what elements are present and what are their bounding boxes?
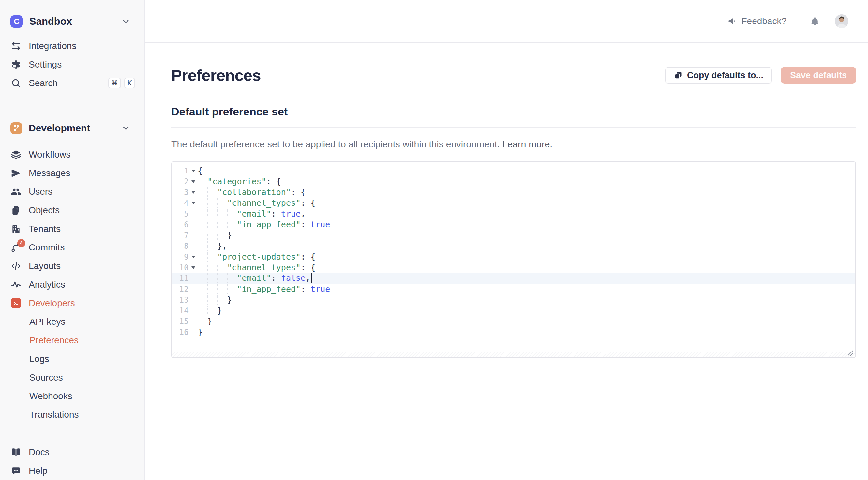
fold-caret-icon[interactable] xyxy=(189,202,197,205)
copy-defaults-button[interactable]: Copy defaults to... xyxy=(665,67,772,84)
editor-line[interactable]: 15 } xyxy=(172,316,855,327)
editor-line[interactable]: 16} xyxy=(172,327,855,337)
sidebar-subitem-preferences[interactable]: Preferences xyxy=(0,331,144,350)
code-text: "project-updates": { xyxy=(197,252,855,262)
code-text: "channel_types": { xyxy=(197,263,855,272)
sidebar-subitem-api-keys[interactable]: API keys xyxy=(0,312,144,331)
code-text: "in_app_feed": true xyxy=(197,284,855,294)
line-number: 12 xyxy=(172,284,189,294)
tenants-icon xyxy=(10,223,22,235)
learn-more-link[interactable]: Learn more. xyxy=(502,139,553,149)
fold-caret-icon[interactable] xyxy=(189,170,197,172)
feedback-button[interactable]: Feedback? xyxy=(727,16,786,26)
megaphone-icon xyxy=(727,17,737,26)
sidebar-item-users[interactable]: Users xyxy=(0,182,144,201)
sidebar-item-developers[interactable]: Developers xyxy=(0,294,144,312)
code-text: "in_app_feed": true xyxy=(197,220,855,229)
page-actions: Copy defaults to... Save defaults xyxy=(665,67,856,84)
developers-terminal-icon xyxy=(11,298,21,308)
sidebar-item-label: Help xyxy=(29,466,48,476)
sidebar-item-label: Docs xyxy=(29,447,50,457)
code-text: "collaboration": { xyxy=(197,187,855,197)
json-code-editor[interactable]: 1{2 "categories": {3 "collaboration": {4… xyxy=(171,161,856,358)
chevron-down-icon xyxy=(121,17,130,26)
editor-resize-handle[interactable] xyxy=(847,349,854,356)
editor-line[interactable]: 10 "channel_types": { xyxy=(172,262,855,273)
sidebar-item-settings[interactable]: Settings xyxy=(0,55,144,74)
code-text: } xyxy=(197,306,855,315)
notifications-button[interactable] xyxy=(810,16,820,26)
code-text: "categories": { xyxy=(197,177,855,186)
editor-line[interactable]: 6 "in_app_feed": true xyxy=(172,219,855,230)
shortcut-key: ⌘ xyxy=(108,78,121,88)
users-icon xyxy=(10,186,22,197)
sidebar-item-workflows[interactable]: Workflows xyxy=(0,145,144,164)
code-text: } xyxy=(197,295,855,305)
sidebar-subitem-label: Preferences xyxy=(29,335,79,346)
developers-subnav: API keysPreferencesLogsSourcesWebhooksTr… xyxy=(0,312,144,424)
code-text: "email": false, xyxy=(197,273,855,283)
fold-caret-icon[interactable] xyxy=(189,266,197,269)
bell-icon xyxy=(810,16,820,26)
sidebar-item-docs[interactable]: Docs xyxy=(0,443,144,461)
layouts-icon xyxy=(10,261,22,272)
editor-line[interactable]: 12 "in_app_feed": true xyxy=(172,284,855,295)
sidebar-bottom-nav: DocsHelp xyxy=(0,443,144,480)
sidebar-item-commits[interactable]: 4Commits xyxy=(0,238,144,257)
section-title: Default preference set xyxy=(171,105,856,118)
sidebar-item-label: Messages xyxy=(29,168,70,178)
editor-line[interactable]: 3 "collaboration": { xyxy=(172,187,855,198)
fold-caret-icon[interactable] xyxy=(189,191,197,194)
line-number: 14 xyxy=(172,306,189,315)
editor-line[interactable]: 7 } xyxy=(172,230,855,241)
editor-line[interactable]: 9 "project-updates": { xyxy=(172,251,855,262)
sidebar-subitem-translations[interactable]: Translations xyxy=(0,405,144,424)
editor-line[interactable]: 4 "channel_types": { xyxy=(172,198,855,208)
feedback-label: Feedback? xyxy=(741,16,786,26)
commits-icon: 4 xyxy=(10,242,22,253)
editor-line[interactable]: 1{ xyxy=(172,165,855,176)
sidebar-subitem-logs[interactable]: Logs xyxy=(0,350,144,368)
sidebar-item-analytics[interactable]: Analytics xyxy=(0,275,144,294)
commits-count-badge: 4 xyxy=(17,239,25,247)
editor-line[interactable]: 13 } xyxy=(172,295,855,305)
avatar-image xyxy=(835,14,848,28)
docs-icon xyxy=(10,447,22,458)
section-description: The default preference set to be applied… xyxy=(171,139,856,150)
user-avatar-button[interactable] xyxy=(835,14,848,28)
line-number: 6 xyxy=(172,220,189,229)
editor-line[interactable]: 11 "email": false, xyxy=(172,273,855,284)
sidebar-item-integrations[interactable]: Integrations xyxy=(0,36,144,55)
environment-switcher[interactable]: Development xyxy=(10,120,130,137)
workspace-switcher[interactable]: C Sandbox xyxy=(10,13,130,30)
save-defaults-button[interactable]: Save defaults xyxy=(781,67,856,84)
sidebar-item-search[interactable]: Search⌘K xyxy=(0,74,144,92)
sidebar-item-label: Workflows xyxy=(29,149,71,160)
topbar: Feedback? xyxy=(145,0,868,43)
editor-line[interactable]: 14 } xyxy=(172,305,855,316)
sidebar-subitem-sources[interactable]: Sources xyxy=(0,368,144,387)
settings-icon xyxy=(10,59,22,70)
sidebar-item-label: Analytics xyxy=(29,279,65,290)
editor-line[interactable]: 2 "categories": { xyxy=(172,176,855,187)
sidebar-subitem-webhooks[interactable]: Webhooks xyxy=(0,387,144,405)
editor-line[interactable]: 5 "email": true, xyxy=(172,208,855,219)
sidebar-item-help[interactable]: Help xyxy=(0,461,144,480)
sidebar-item-objects[interactable]: Objects xyxy=(0,201,144,219)
fold-caret-icon[interactable] xyxy=(189,256,197,258)
code-text: } xyxy=(197,231,855,240)
sidebar-subitem-label: Webhooks xyxy=(29,391,72,401)
sidebar-item-label: Objects xyxy=(29,205,60,215)
sidebar-item-messages[interactable]: Messages xyxy=(0,164,144,182)
sidebar-item-layouts[interactable]: Layouts xyxy=(0,257,144,275)
search-icon xyxy=(10,78,22,89)
copy-defaults-label: Copy defaults to... xyxy=(687,70,763,81)
editor-line[interactable]: 8 }, xyxy=(172,241,855,251)
integrations-icon xyxy=(10,40,22,52)
line-number: 4 xyxy=(172,198,189,208)
sidebar-item-tenants[interactable]: Tenants xyxy=(0,219,144,238)
sidebar-item-label: Developers xyxy=(29,298,75,308)
help-icon xyxy=(10,465,22,476)
fold-caret-icon[interactable] xyxy=(189,180,197,183)
search-shortcut: ⌘K xyxy=(108,78,135,88)
